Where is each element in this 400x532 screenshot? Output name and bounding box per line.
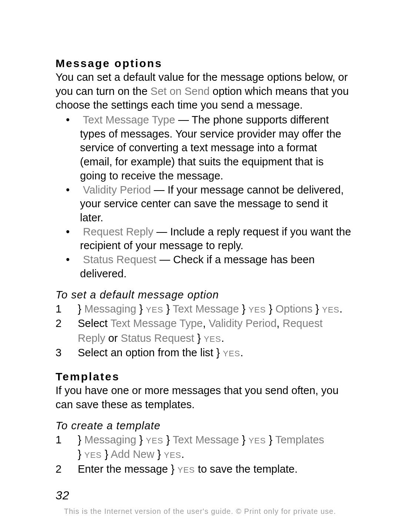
menu-messaging: Messaging <box>84 434 136 446</box>
option-item: Validity Period — If your message cannot… <box>56 183 352 225</box>
arrow-icon: } <box>316 303 319 315</box>
footer-disclaimer: This is the Internet version of the user… <box>0 507 400 516</box>
option-label: Request Reply <box>83 226 153 238</box>
option-item: Text Message Type — The phone supports d… <box>56 113 352 183</box>
intro-paragraph: You can set a default value for the mess… <box>56 70 352 112</box>
heading-message-options: Message options <box>56 57 352 70</box>
options-list: Text Message Type — The phone supports d… <box>56 113 352 281</box>
step-text: to save the template. <box>198 463 297 475</box>
arrow-icon: } <box>166 303 170 315</box>
set-on-send-label: Set on Send <box>150 85 210 97</box>
arrow-icon: } <box>171 463 174 475</box>
page: Message options You can set a default va… <box>0 0 400 532</box>
step-text: Enter the message <box>78 463 171 475</box>
arrow-icon: } <box>269 434 273 446</box>
arrow-icon: } <box>242 303 246 315</box>
heading-templates: Templates <box>56 370 352 383</box>
key-yes: YES <box>177 465 195 475</box>
arrow-icon: } <box>78 303 81 315</box>
arrow-icon: } <box>166 434 170 446</box>
key-yes: YES <box>223 349 240 358</box>
opt-validity-period: Validity Period <box>209 317 277 329</box>
procedure-title-create-template: To create a template <box>56 420 352 432</box>
menu-text-message: Text Message <box>173 434 239 446</box>
templates-intro: If you have one or more messages that yo… <box>56 384 352 412</box>
option-label: Validity Period <box>83 184 151 196</box>
option-item: Status Request — Check if a message has … <box>56 253 352 281</box>
step: Enter the message } YES to save the temp… <box>56 462 352 476</box>
arrow-icon: } <box>242 434 246 446</box>
arrow-icon: } <box>78 448 81 460</box>
key-yes: YES <box>249 436 266 445</box>
menu-templates: Templates <box>275 434 324 446</box>
step-text: Select an option from the list <box>78 347 216 358</box>
steps-set-default: } Messaging } YES } Text Message } YES }… <box>56 302 352 360</box>
arrow-icon: } <box>157 448 161 460</box>
arrow-icon: } <box>216 347 220 358</box>
arrow-icon: } <box>78 434 81 446</box>
procedure-title-set-default: To set a default message option <box>56 289 352 301</box>
option-label: Text Message Type <box>83 114 175 126</box>
key-yes: YES <box>84 450 102 460</box>
menu-text-message: Text Message <box>173 303 239 315</box>
opt-status-request: Status Request <box>121 332 194 344</box>
step: Select an option from the list } YES. <box>56 346 352 360</box>
key-yes: YES <box>249 305 266 314</box>
menu-add-new: Add New <box>111 448 154 460</box>
key-yes: YES <box>322 305 339 314</box>
arrow-icon: } <box>139 434 143 446</box>
option-item: Request Reply — Include a reply request … <box>56 225 352 253</box>
step-text: or <box>108 332 121 344</box>
page-number: 32 <box>56 489 70 502</box>
key-yes: YES <box>146 436 163 445</box>
menu-options: Options <box>276 303 313 315</box>
arrow-icon: } <box>139 303 143 315</box>
key-yes: YES <box>204 334 221 344</box>
key-yes: YES <box>146 305 163 314</box>
menu-messaging: Messaging <box>84 303 136 315</box>
step-text: Select <box>78 317 110 329</box>
step: Select Text Message Type, Validity Perio… <box>56 316 352 345</box>
step: } Messaging } YES } Text Message } YES }… <box>56 433 352 462</box>
arrow-icon: } <box>197 332 201 344</box>
step: } Messaging } YES } Text Message } YES }… <box>56 302 352 316</box>
option-label: Status Request <box>83 254 156 265</box>
key-yes: YES <box>164 450 181 460</box>
opt-text-message-type: Text Message Type <box>110 317 203 329</box>
steps-create-template: } Messaging } YES } Text Message } YES }… <box>56 433 352 476</box>
arrow-icon: } <box>269 303 273 315</box>
arrow-icon: } <box>105 448 109 460</box>
